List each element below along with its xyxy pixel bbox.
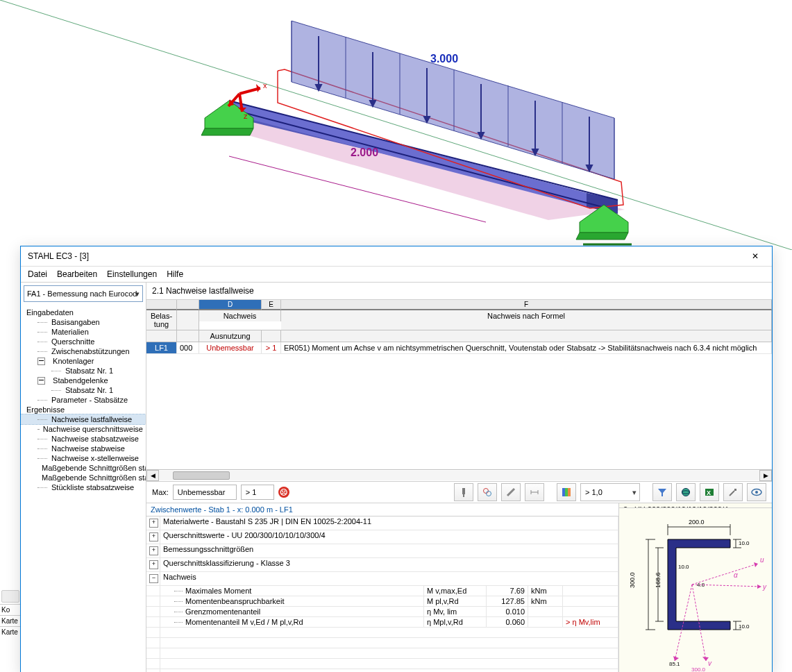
dialog-window: STAHL EC3 - [3] ✕ Datei Bearbeiten Einst… xyxy=(20,246,773,672)
col-e[interactable]: E xyxy=(262,300,281,310)
menu-hilfe[interactable]: Hilfe xyxy=(167,269,183,279)
svg-marker-11 xyxy=(576,233,628,240)
tool-dim-icon[interactable] xyxy=(525,483,544,501)
tree-stabendgelenke[interactable]: Stabendgelenke xyxy=(21,376,146,385)
tree-eingabedaten[interactable]: Eingabedaten xyxy=(21,308,146,317)
svg-text:200.0: 200.0 xyxy=(689,519,705,526)
tree-materialien[interactable]: Materialien xyxy=(21,327,146,337)
horizontal-scrollbar[interactable]: ◀ ▶ xyxy=(146,469,772,481)
close-button[interactable]: ✕ xyxy=(743,248,768,264)
tree-ergebnisse[interactable]: Ergebnisse xyxy=(21,405,146,414)
svg-line-0 xyxy=(0,0,792,250)
tool-pin-icon[interactable] xyxy=(454,483,473,501)
tool-member-icon[interactable] xyxy=(501,483,521,501)
detail-grid[interactable]: +Materialwerte - Baustahl S 235 JR | DIN… xyxy=(146,516,618,672)
svg-text:z: z xyxy=(244,112,248,120)
col-d[interactable]: D xyxy=(199,300,262,310)
tree-knotenlager[interactable]: Knotenlager xyxy=(21,356,146,366)
proof-row[interactable]: LF1 000 Unbemessbar > 1 ER051) Moment um… xyxy=(146,342,772,354)
svg-line-58 xyxy=(730,491,734,496)
svg-text:α: α xyxy=(734,571,738,579)
menu-einstellungen[interactable]: Einstellungen xyxy=(107,269,157,279)
tree-knotenlager-stabsatz1[interactable]: Stabsatz Nr. 1 xyxy=(21,366,146,376)
cross-section-title: 3 - UU 200/300/10/10/10/300/4 xyxy=(619,503,772,508)
tree-parameter-stabsaetze[interactable]: Parameter - Stabsätze xyxy=(21,395,146,405)
tool-globe-icon[interactable] xyxy=(676,483,696,501)
menu-datei[interactable]: Datei xyxy=(28,269,47,279)
load-bottom-label: 2.000 xyxy=(351,146,378,158)
tree-querschnitte[interactable]: Querschnitte xyxy=(21,337,146,346)
tool-excel-icon[interactable]: X xyxy=(700,483,719,501)
expand-icon[interactable]: + xyxy=(149,532,158,541)
svg-text:x: x xyxy=(263,81,267,90)
proof-ratio: > 1 xyxy=(262,342,281,353)
detail-row[interactable]: Grenzmomentenanteilη Mv, lim0.010 xyxy=(146,607,618,617)
svg-text:10.0: 10.0 xyxy=(739,623,750,630)
tree-nachweise-lastfallweise[interactable]: Nachweise lastfallweise xyxy=(21,414,146,424)
svg-rect-50 xyxy=(562,488,565,496)
hdr-ausnutzung: Ausnutzung xyxy=(199,330,262,342)
svg-rect-51 xyxy=(565,488,568,496)
detail-row[interactable]: Maximales MomentM v,max,Ed7.69kNm xyxy=(146,586,618,596)
svg-text:y: y xyxy=(762,583,767,591)
detail-title: Zwischenwerte - Stab 1 - x: 0.000 m - LF… xyxy=(146,503,618,516)
tool-balloon-icon[interactable] xyxy=(478,483,497,501)
tree-nachweise-stabsatzweise[interactable]: Nachweise stabsatzweise xyxy=(21,434,146,444)
load-top-label: 3.000 xyxy=(430,53,458,65)
hdr-nachweis: Nachweis xyxy=(199,310,281,321)
proof-text: ER051) Moment um Achse v am nichtsymmetr… xyxy=(281,342,772,353)
expand-icon[interactable]: + xyxy=(149,546,158,555)
tool-pick-icon[interactable] xyxy=(723,483,743,501)
expand-icon[interactable]: + xyxy=(149,519,158,528)
window-title: STAHL EC3 - [3] xyxy=(28,251,743,261)
svg-point-61 xyxy=(755,491,758,494)
tool-filter-icon[interactable] xyxy=(652,483,672,501)
tree-massgebende-stabsatzweise[interactable]: Maßgebende Schnittgrößen stabsatzweise xyxy=(21,473,146,482)
expand-icon[interactable]: + xyxy=(149,560,158,569)
col-f[interactable]: F xyxy=(281,300,772,310)
max-label: Max: xyxy=(152,488,169,496)
error-icon: ☹ xyxy=(278,487,289,498)
tree-basisangaben[interactable]: Basisangaben xyxy=(21,317,146,327)
warning-flag: > η Mv,lim xyxy=(563,617,618,627)
tree-stueckliste[interactable]: Stückliste stabsatzweise xyxy=(21,482,146,492)
proof-lf: LF1 xyxy=(146,342,177,353)
svg-text:v: v xyxy=(708,660,712,667)
svg-marker-93 xyxy=(757,585,761,589)
tree-stabendgelenke-stabsatz1[interactable]: Stabsatz Nr. 1 xyxy=(21,385,146,395)
detail-row[interactable]: MomentenbeanspruchbarkeitM pl,v,Rd127.85… xyxy=(146,596,618,607)
scroll-right[interactable]: ▶ xyxy=(759,470,772,481)
parent-panel-peek: Ko Karte Karte xyxy=(0,589,21,672)
scroll-left[interactable]: ◀ xyxy=(146,470,159,481)
svg-marker-53 xyxy=(658,489,666,496)
svg-marker-95 xyxy=(673,656,679,661)
cross-section-panel: 3 - UU 200/300/10/10/10/300/4 xyxy=(619,503,772,672)
svg-marker-92 xyxy=(754,562,758,567)
tree-nachweise-xstellenweise[interactable]: Nachweise x-stellenweise xyxy=(21,453,146,463)
svg-line-46 xyxy=(507,489,514,496)
tree-nachweise-querschnittsweise[interactable]: Nachweise querschnittsweise xyxy=(21,424,146,434)
svg-rect-59 xyxy=(734,489,736,491)
tool-eye-icon[interactable] xyxy=(747,483,766,501)
tool-colorscale-icon[interactable] xyxy=(557,483,576,501)
svg-text:168.6: 168.6 xyxy=(655,572,662,588)
tree-massgebende-stabweise[interactable]: Maßgebende Schnittgrößen stabweise xyxy=(21,463,146,473)
svg-text:X: X xyxy=(707,489,711,496)
svg-rect-42 xyxy=(462,488,465,494)
menu-bar: Datei Bearbeiten Einstellungen Hilfe xyxy=(21,267,772,282)
collapse-icon[interactable]: − xyxy=(149,574,158,583)
navigator-tree[interactable]: Eingabedaten Basisangaben Materialien Qu… xyxy=(21,305,146,672)
tree-zwischenabstuetzungen[interactable]: Zwischenabstützungen xyxy=(21,346,146,356)
svg-text:300.0: 300.0 xyxy=(691,666,706,672)
case-selector[interactable]: FA1 - Bemessung nach Eurocod xyxy=(24,285,143,302)
detail-row[interactable]: Momentenanteil M v,Ed / M pl,v,Rdη Mpl,v… xyxy=(146,617,618,628)
scroll-thumb[interactable] xyxy=(173,471,230,480)
viewport-3d[interactable]: x z xyxy=(0,0,792,250)
max-status: Unbemessbar xyxy=(173,485,237,500)
menu-bearbeiten[interactable]: Bearbeiten xyxy=(57,269,97,279)
filter-combo[interactable]: > 1,0 xyxy=(580,483,640,501)
max-ratio: > 1 xyxy=(241,485,274,500)
svg-text:300.0: 300.0 xyxy=(629,572,636,588)
tree-nachweise-stabweise[interactable]: Nachweise stabweise xyxy=(21,444,146,453)
section-title: 2.1 Nachweise lastfallweise xyxy=(146,283,772,300)
